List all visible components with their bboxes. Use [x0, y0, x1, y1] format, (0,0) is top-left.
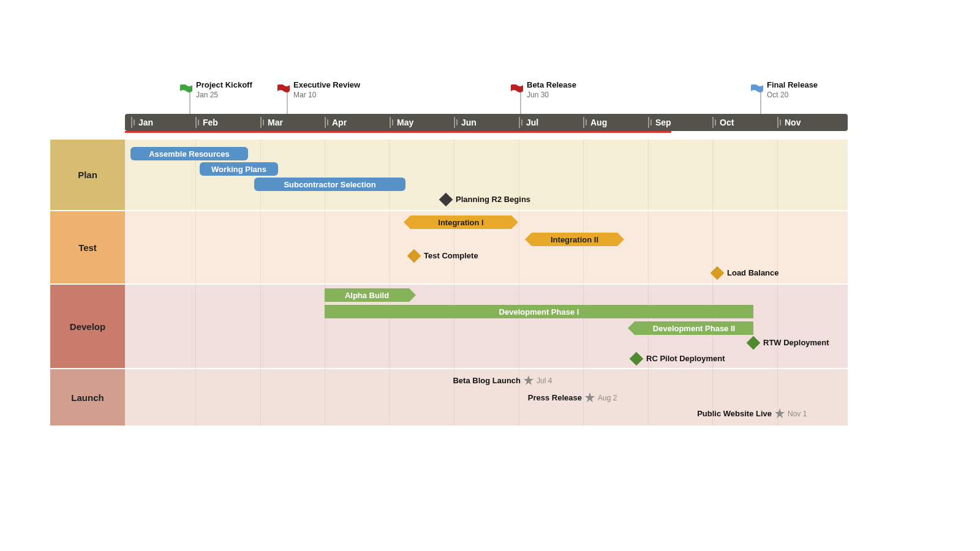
milestone-label-rc-pilot: RC Pilot Deployment: [646, 354, 725, 363]
launch-label-press: Press Release: [453, 393, 582, 402]
lane-title: Test: [78, 242, 97, 253]
flag-date-kickoff: Jan 25: [196, 91, 218, 99]
critical-underline: [125, 131, 671, 133]
launch-label-beta-blog: Beta Blog Launch: [392, 376, 521, 385]
month-tick-feb: Feb: [195, 114, 218, 131]
flag-title-final: Final Release: [767, 80, 818, 89]
gridline: [648, 140, 649, 425]
task-dev-phase-2[interactable]: Development Phase II: [635, 321, 753, 335]
month-label: Sep: [655, 118, 671, 127]
task-label: Development Phase I: [499, 307, 579, 317]
flag-icon: [277, 84, 290, 94]
month-tick-jul: Jul: [519, 114, 538, 131]
flag-title-exec: Executive Review: [293, 80, 360, 89]
month-tick-sep: Sep: [648, 114, 671, 131]
lane-label-launch: Launch: [50, 369, 125, 425]
lane-title: Plan: [78, 170, 97, 180]
task-label: Alpha Build: [345, 291, 389, 300]
flag-icon: [750, 84, 764, 94]
milestone-label-planning-r2: Planning R2 Begins: [456, 195, 530, 204]
month-label: Jul: [526, 118, 538, 127]
launch-label-website: Public Website Live: [643, 409, 772, 418]
flag-icon: [179, 84, 193, 94]
star-icon[interactable]: [523, 375, 534, 386]
month-label: Nov: [785, 118, 801, 127]
task-dev-phase-1[interactable]: Development Phase I: [325, 305, 753, 318]
launch-date-press: Aug 2: [598, 394, 617, 402]
svg-marker-1: [585, 392, 595, 402]
task-label: Assemble Resources: [149, 149, 230, 159]
flag-title-kickoff: Project Kickoff: [196, 80, 252, 89]
task-label: Integration II: [551, 235, 598, 244]
flag-title-beta: Beta Release: [527, 80, 576, 89]
month-tick-aug: Aug: [583, 114, 607, 131]
month-tick-oct: Oct: [712, 114, 734, 131]
milestone-label-load-balance: Load Balance: [727, 268, 779, 277]
month-tick-jun: Jun: [454, 114, 477, 131]
gridline: [712, 140, 713, 425]
task-label: Working Plans: [211, 165, 266, 174]
milestone-label-test-complete: Test Complete: [424, 251, 478, 260]
svg-marker-2: [775, 408, 785, 418]
task-label: Integration I: [438, 218, 483, 227]
flag-icon: [510, 84, 524, 94]
task-integration-1[interactable]: Integration I: [410, 216, 511, 229]
gantt-stage: Project Kickoff Jan 25 Executive Review …: [0, 0, 980, 551]
flag-date-exec: Mar 10: [293, 91, 316, 99]
month-label: Feb: [203, 118, 218, 127]
task-label: Development Phase II: [653, 324, 735, 333]
task-working-plans[interactable]: Working Plans: [200, 162, 278, 176]
month-label: Oct: [720, 118, 734, 127]
lane-title: Develop: [70, 321, 105, 332]
month-tick-apr: Apr: [325, 114, 347, 131]
month-label: Apr: [332, 118, 347, 127]
lane-separator: [50, 283, 848, 285]
timeline-bar: Jan Feb Mar Apr May Jun Jul Aug Sep Oct …: [125, 114, 848, 131]
lane-title: Launch: [71, 392, 104, 403]
month-label: Jun: [461, 118, 477, 127]
month-label: Mar: [268, 118, 283, 127]
month-label: May: [397, 118, 413, 127]
task-assemble-resources[interactable]: Assemble Resources: [130, 147, 248, 160]
task-subcontractor-selection[interactable]: Subcontractor Selection: [254, 178, 405, 191]
task-label: Subcontractor Selection: [284, 180, 375, 189]
month-label: Jan: [138, 118, 153, 127]
launch-date-beta-blog: Jul 4: [537, 377, 552, 385]
task-alpha-build[interactable]: Alpha Build: [325, 288, 409, 302]
month-label: Aug: [590, 118, 607, 127]
month-tick-may: May: [390, 114, 413, 131]
month-tick-mar: Mar: [260, 114, 283, 131]
lane-label-test: Test: [50, 211, 125, 283]
launch-date-website: Nov 1: [788, 410, 807, 418]
gridline: [195, 140, 196, 425]
gridline: [777, 140, 778, 425]
month-tick-nov: Nov: [777, 114, 801, 131]
star-icon[interactable]: [584, 392, 595, 403]
lane-label-plan: Plan: [50, 140, 125, 210]
star-icon[interactable]: [774, 408, 785, 419]
milestone-label-rtw-deployment: RTW Deployment: [763, 338, 829, 347]
flag-date-beta: Jun 30: [527, 91, 549, 99]
lane-separator: [50, 368, 848, 369]
flag-date-final: Oct 20: [767, 91, 788, 99]
gridline: [583, 140, 584, 425]
lane-separator: [50, 210, 848, 211]
task-integration-2[interactable]: Integration II: [532, 233, 617, 246]
month-tick-jan: Jan: [131, 114, 153, 131]
svg-marker-0: [524, 375, 533, 385]
lane-label-develop: Develop: [50, 285, 125, 368]
